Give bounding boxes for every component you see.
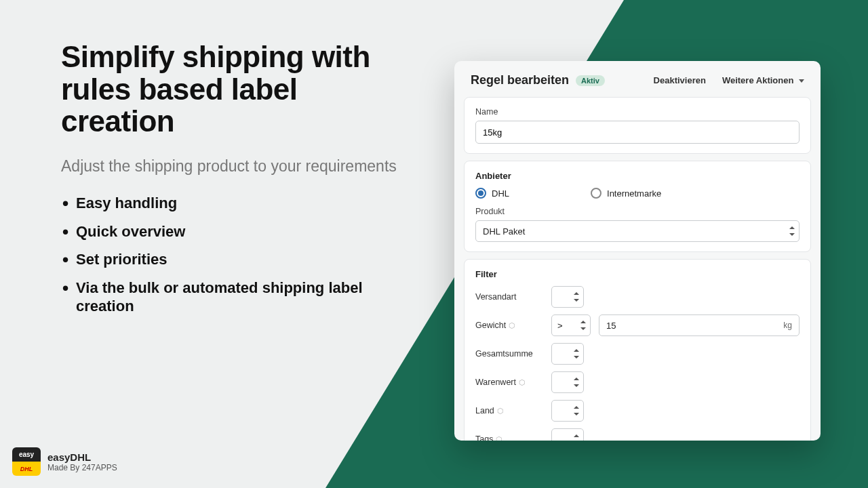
gewicht-value: 15: [606, 321, 783, 331]
filter-name-versandart: Versandart: [475, 292, 543, 302]
gewicht-operator-select[interactable]: >: [551, 314, 591, 336]
product-select[interactable]: DHL Paket: [475, 220, 800, 242]
feature-item: Via the bulk or automated shipping label…: [61, 279, 400, 316]
hint-icon: ⬡: [519, 378, 526, 387]
feature-item: Quick overview: [61, 222, 400, 241]
deactivate-button[interactable]: Deaktivieren: [654, 75, 706, 85]
select-updown-icon: [574, 406, 579, 415]
filter-name-warenwert: Warenwert⬡: [475, 378, 543, 387]
status-badge: Aktiv: [576, 75, 605, 86]
filter-name-gewicht: Gewicht⬡: [475, 321, 543, 330]
gewicht-unit: kg: [783, 321, 792, 330]
app-badge: easy DHL easyDHL Made By 247APPS: [12, 447, 117, 476]
radio-dot-icon: [591, 188, 601, 199]
rule-editor-window: Regel bearbeiten Aktiv Deaktivieren Weit…: [454, 61, 821, 441]
app-badge-icon: easy DHL: [12, 447, 41, 476]
filter-row-gesamtsumme: Gesamtsumme: [475, 343, 800, 365]
tags-select[interactable]: [551, 428, 584, 441]
more-actions-button[interactable]: Weitere Aktionen: [722, 75, 804, 85]
subheadline: Adjust the shipping product to your requ…: [61, 157, 400, 177]
provider-label: Anbieter: [475, 171, 800, 181]
app-badge-text: easyDHL Made By 247APPS: [47, 451, 117, 472]
filter-row-tags: Tags⬡: [475, 428, 800, 441]
badge-icon-bottom: DHL: [12, 462, 41, 476]
app-author: Made By 247APPS: [47, 463, 117, 472]
select-updown-icon: [574, 378, 579, 387]
filter-row-warenwert: Warenwert⬡: [475, 371, 800, 393]
hint-icon: ⬡: [496, 435, 502, 441]
card-header: Regel bearbeiten Aktiv Deaktivieren Weit…: [454, 61, 821, 97]
hint-icon: ⬡: [497, 407, 504, 415]
name-panel: Name: [464, 97, 811, 154]
select-updown-icon: [574, 292, 579, 302]
product-select-value: DHL Paket: [483, 226, 525, 237]
gesamtsumme-select[interactable]: [551, 343, 584, 365]
radio-dot-icon: [475, 188, 486, 199]
provider-radio-dhl-label: DHL: [492, 188, 509, 199]
marketing-copy: Simplify shipping with rules based label…: [61, 41, 400, 325]
filter-row-land: Land⬡: [475, 400, 800, 422]
warenwert-select[interactable]: [551, 371, 584, 393]
provider-radio-internetmarke[interactable]: Internetmarke: [591, 188, 661, 199]
land-select[interactable]: [551, 400, 584, 422]
hint-icon: ⬡: [509, 321, 515, 330]
badge-icon-top: easy: [12, 447, 41, 462]
provider-radio-group: DHL Internetmarke: [475, 188, 800, 199]
gewicht-value-input[interactable]: 15 kg: [599, 314, 800, 336]
select-updown-icon: [574, 349, 579, 359]
name-label: Name: [475, 107, 800, 117]
app-name: easyDHL: [47, 451, 117, 463]
provider-radio-dhl[interactable]: DHL: [475, 188, 509, 199]
filter-panel: Filter Versandart Gewicht⬡ > 15 kg Gesam…: [464, 259, 811, 441]
select-updown-icon: [580, 321, 586, 330]
filter-name-gesamtsumme: Gesamtsumme: [475, 349, 543, 359]
feature-list: Easy handling Quick overview Set priorit…: [61, 194, 400, 316]
select-updown-icon: [574, 434, 579, 441]
filter-row-gewicht: Gewicht⬡ > 15 kg: [475, 314, 800, 336]
page-title: Regel bearbeiten: [471, 73, 569, 87]
product-label: Produkt: [475, 207, 800, 216]
versandart-select[interactable]: [551, 286, 584, 308]
provider-panel: Anbieter DHL Internetmarke Produkt DHL P…: [464, 161, 811, 252]
gewicht-operator-value: >: [557, 321, 563, 331]
feature-item: Easy handling: [61, 194, 400, 213]
provider-radio-internetmarke-label: Internetmarke: [607, 188, 661, 199]
filter-row-versandart: Versandart: [475, 286, 800, 308]
feature-item: Set priorities: [61, 250, 400, 269]
filter-label: Filter: [475, 269, 800, 279]
name-input[interactable]: [475, 121, 800, 144]
more-actions-label: Weitere Aktionen: [722, 75, 793, 85]
headline: Simplify shipping with rules based label…: [61, 41, 400, 138]
filter-name-land: Land⬡: [475, 406, 543, 415]
select-updown-icon: [789, 226, 795, 236]
chevron-down-icon: [799, 79, 804, 83]
filter-name-tags: Tags⬡: [475, 434, 543, 441]
